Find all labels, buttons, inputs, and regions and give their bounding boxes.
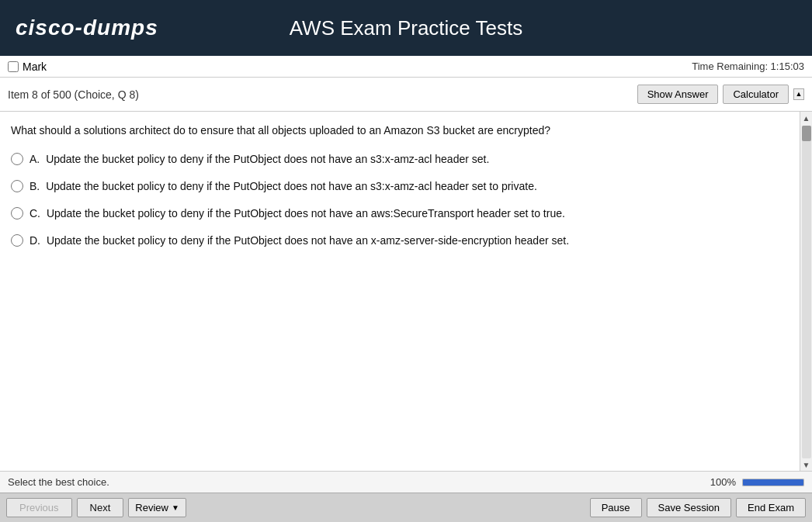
- bottom-bar: Previous Next Review ▼ Pause Save Sessio…: [0, 493, 812, 522]
- main-content: What should a solutions architect do to …: [0, 112, 800, 471]
- review-dropdown-icon: ▼: [172, 503, 179, 512]
- option-radio-d[interactable]: [11, 234, 23, 247]
- logo: cisco-dumps: [16, 16, 158, 40]
- timer-text: Time Remaining: 1:15:03: [692, 60, 804, 72]
- calculator-button[interactable]: Calculator: [723, 85, 789, 104]
- option-c-text: C. Update the bucket policy to deny if t…: [29, 206, 565, 222]
- option-radio-b[interactable]: [11, 180, 23, 192]
- mark-container[interactable]: Mark: [8, 60, 47, 73]
- save-session-button[interactable]: Save Session: [647, 498, 732, 517]
- list-item[interactable]: D. Update the bucket policy to deny if t…: [11, 233, 776, 249]
- header-title: AWS Exam Practice Tests: [290, 16, 523, 40]
- option-d-letter: D.: [29, 234, 43, 247]
- progress-bar-bg: [742, 479, 804, 486]
- previous-button[interactable]: Previous: [6, 498, 72, 517]
- option-b-text: B. Update the bucket policy to deny if t…: [29, 178, 537, 195]
- end-exam-button[interactable]: End Exam: [736, 498, 806, 517]
- progress-pct: 100%: [710, 476, 736, 488]
- pause-button[interactable]: Pause: [590, 498, 642, 517]
- scrollbar-thumb[interactable]: [802, 126, 811, 141]
- mark-checkbox[interactable]: [8, 61, 19, 72]
- question-buttons: Show Answer Calculator ▲: [637, 85, 804, 104]
- list-item[interactable]: A. Update the bucket policy to deny if t…: [11, 151, 776, 168]
- next-button[interactable]: Next: [77, 498, 124, 517]
- option-a-text: A. Update the bucket policy to deny if t…: [29, 151, 489, 168]
- progress-area: 100%: [710, 476, 804, 488]
- header: cisco-dumps AWS Exam Practice Tests: [0, 0, 812, 56]
- show-answer-button[interactable]: Show Answer: [637, 85, 719, 104]
- option-a-letter: A.: [29, 153, 43, 165]
- status-bar: Select the best choice. 100%: [0, 471, 812, 493]
- content-wrapper: What should a solutions architect do to …: [0, 112, 812, 471]
- scrollbar-track: [802, 126, 811, 458]
- scroll-up-icon[interactable]: ▲: [801, 113, 812, 124]
- bottom-left: Previous Next Review ▼: [6, 498, 186, 517]
- list-item[interactable]: C. Update the bucket policy to deny if t…: [11, 206, 776, 222]
- option-radio-c[interactable]: [11, 207, 23, 220]
- option-b-letter: B.: [29, 180, 43, 192]
- scroll-down-icon[interactable]: ▼: [801, 460, 812, 471]
- bottom-right: Pause Save Session End Exam: [590, 498, 806, 517]
- status-text: Select the best choice.: [8, 476, 109, 488]
- question-text: What should a solutions architect do to …: [11, 123, 776, 139]
- top-bar: Mark Time Remaining: 1:15:03: [0, 56, 812, 78]
- mark-label: Mark: [23, 60, 47, 73]
- review-label: Review: [135, 502, 168, 513]
- question-info: Item 8 of 500 (Choice, Q 8): [8, 88, 139, 101]
- options-list: A. Update the bucket policy to deny if t…: [11, 151, 776, 249]
- list-item[interactable]: B. Update the bucket policy to deny if t…: [11, 178, 776, 195]
- scroll-up-area[interactable]: ▲: [793, 88, 804, 100]
- progress-bar-fill: [743, 479, 803, 486]
- option-radio-a[interactable]: [11, 153, 23, 165]
- question-bar: Item 8 of 500 (Choice, Q 8) Show Answer …: [0, 78, 812, 112]
- right-scrollbar[interactable]: ▲ ▼: [800, 112, 812, 471]
- option-c-letter: C.: [29, 207, 43, 220]
- option-d-text: D. Update the bucket policy to deny if t…: [29, 233, 569, 249]
- review-button[interactable]: Review ▼: [128, 498, 186, 517]
